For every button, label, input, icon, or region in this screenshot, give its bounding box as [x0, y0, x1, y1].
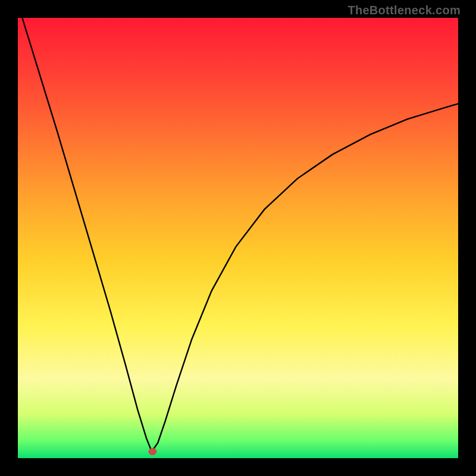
watermark-text: TheBottleneck.com [347, 4, 461, 17]
curve-layer [18, 18, 458, 458]
optimum-marker [148, 448, 156, 455]
chart-frame: TheBottleneck.com [0, 0, 476, 476]
bottleneck-curve [22, 18, 458, 452]
